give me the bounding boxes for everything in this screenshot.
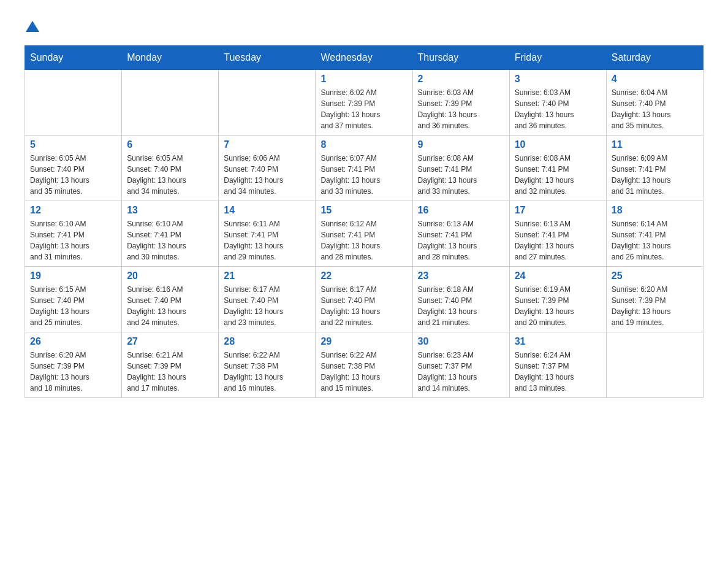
calendar-table: SundayMondayTuesdayWednesdayThursdayFrid…	[25, 45, 703, 398]
day-number: 11	[612, 139, 698, 150]
page-header	[25, 18, 703, 33]
calendar-cell: 27Sunrise: 6:21 AM Sunset: 7:39 PM Dayli…	[122, 332, 219, 398]
day-info: Sunrise: 6:24 AM Sunset: 7:37 PM Dayligh…	[515, 350, 601, 394]
day-number: 8	[320, 139, 407, 150]
day-info: Sunrise: 6:03 AM Sunset: 7:40 PM Dayligh…	[515, 87, 601, 131]
day-info: Sunrise: 6:08 AM Sunset: 7:41 PM Dayligh…	[418, 153, 504, 197]
day-number: 12	[30, 205, 116, 216]
day-info: Sunrise: 6:07 AM Sunset: 7:41 PM Dayligh…	[320, 153, 407, 197]
calendar-cell: 21Sunrise: 6:17 AM Sunset: 7:40 PM Dayli…	[219, 267, 316, 332]
day-number: 1	[320, 74, 407, 85]
day-info: Sunrise: 6:09 AM Sunset: 7:41 PM Dayligh…	[612, 153, 698, 197]
calendar-cell: 31Sunrise: 6:24 AM Sunset: 7:37 PM Dayli…	[509, 332, 606, 398]
calendar-cell: 5Sunrise: 6:05 AM Sunset: 7:40 PM Daylig…	[25, 136, 122, 201]
day-info: Sunrise: 6:17 AM Sunset: 7:40 PM Dayligh…	[320, 284, 407, 328]
calendar-cell: 18Sunrise: 6:14 AM Sunset: 7:41 PM Dayli…	[606, 201, 703, 267]
svg-marker-0	[26, 21, 39, 32]
day-number: 3	[515, 74, 601, 85]
day-info: Sunrise: 6:20 AM Sunset: 7:39 PM Dayligh…	[612, 284, 698, 328]
day-number: 29	[320, 336, 407, 347]
calendar-header-thursday: Thursday	[412, 46, 509, 70]
day-info: Sunrise: 6:19 AM Sunset: 7:39 PM Dayligh…	[515, 284, 601, 328]
day-number: 13	[127, 205, 213, 216]
calendar-cell: 15Sunrise: 6:12 AM Sunset: 7:41 PM Dayli…	[316, 201, 412, 267]
day-info: Sunrise: 6:10 AM Sunset: 7:41 PM Dayligh…	[30, 218, 116, 262]
calendar-header-monday: Monday	[122, 46, 219, 70]
day-number: 19	[30, 270, 116, 282]
day-info: Sunrise: 6:17 AM Sunset: 7:40 PM Dayligh…	[224, 284, 310, 328]
calendar-cell: 29Sunrise: 6:22 AM Sunset: 7:38 PM Dayli…	[316, 332, 412, 398]
day-info: Sunrise: 6:06 AM Sunset: 7:40 PM Dayligh…	[224, 153, 310, 197]
calendar-cell: 13Sunrise: 6:10 AM Sunset: 7:41 PM Dayli…	[122, 201, 219, 267]
logo-triangle-icon	[26, 20, 39, 33]
day-number: 10	[515, 139, 601, 150]
day-info: Sunrise: 6:18 AM Sunset: 7:40 PM Dayligh…	[418, 284, 504, 328]
calendar-week-row: 12Sunrise: 6:10 AM Sunset: 7:41 PM Dayli…	[25, 201, 703, 267]
calendar-cell	[122, 70, 219, 136]
calendar-cell: 11Sunrise: 6:09 AM Sunset: 7:41 PM Dayli…	[606, 136, 703, 201]
calendar-cell: 1Sunrise: 6:02 AM Sunset: 7:39 PM Daylig…	[316, 70, 412, 136]
day-number: 25	[612, 270, 698, 282]
day-info: Sunrise: 6:22 AM Sunset: 7:38 PM Dayligh…	[224, 350, 310, 394]
calendar-cell	[606, 332, 703, 398]
calendar-cell: 2Sunrise: 6:03 AM Sunset: 7:39 PM Daylig…	[412, 70, 509, 136]
day-info: Sunrise: 6:08 AM Sunset: 7:41 PM Dayligh…	[515, 153, 601, 197]
calendar-cell: 17Sunrise: 6:13 AM Sunset: 7:41 PM Dayli…	[509, 201, 606, 267]
day-info: Sunrise: 6:11 AM Sunset: 7:41 PM Dayligh…	[224, 218, 310, 262]
day-info: Sunrise: 6:15 AM Sunset: 7:40 PM Dayligh…	[30, 284, 116, 328]
calendar-week-row: 26Sunrise: 6:20 AM Sunset: 7:39 PM Dayli…	[25, 332, 703, 398]
calendar-header-row: SundayMondayTuesdayWednesdayThursdayFrid…	[25, 46, 703, 70]
calendar-header-wednesday: Wednesday	[316, 46, 412, 70]
day-number: 7	[224, 139, 310, 150]
calendar-cell: 28Sunrise: 6:22 AM Sunset: 7:38 PM Dayli…	[219, 332, 316, 398]
day-info: Sunrise: 6:12 AM Sunset: 7:41 PM Dayligh…	[320, 218, 407, 262]
calendar-week-row: 1Sunrise: 6:02 AM Sunset: 7:39 PM Daylig…	[25, 70, 703, 136]
calendar-week-row: 5Sunrise: 6:05 AM Sunset: 7:40 PM Daylig…	[25, 136, 703, 201]
calendar-cell: 23Sunrise: 6:18 AM Sunset: 7:40 PM Dayli…	[412, 267, 509, 332]
day-number: 15	[320, 205, 407, 216]
day-number: 26	[30, 336, 116, 347]
day-info: Sunrise: 6:05 AM Sunset: 7:40 PM Dayligh…	[127, 153, 213, 197]
calendar-cell: 7Sunrise: 6:06 AM Sunset: 7:40 PM Daylig…	[219, 136, 316, 201]
day-info: Sunrise: 6:21 AM Sunset: 7:39 PM Dayligh…	[127, 350, 213, 394]
day-info: Sunrise: 6:10 AM Sunset: 7:41 PM Dayligh…	[127, 218, 213, 262]
day-info: Sunrise: 6:13 AM Sunset: 7:41 PM Dayligh…	[418, 218, 504, 262]
calendar-cell: 30Sunrise: 6:23 AM Sunset: 7:37 PM Dayli…	[412, 332, 509, 398]
calendar-cell: 22Sunrise: 6:17 AM Sunset: 7:40 PM Dayli…	[316, 267, 412, 332]
calendar-cell: 9Sunrise: 6:08 AM Sunset: 7:41 PM Daylig…	[412, 136, 509, 201]
calendar-header-sunday: Sunday	[25, 46, 122, 70]
calendar-header-saturday: Saturday	[606, 46, 703, 70]
day-number: 9	[418, 139, 504, 150]
day-info: Sunrise: 6:05 AM Sunset: 7:40 PM Dayligh…	[30, 153, 116, 197]
calendar-cell: 6Sunrise: 6:05 AM Sunset: 7:40 PM Daylig…	[122, 136, 219, 201]
day-info: Sunrise: 6:13 AM Sunset: 7:41 PM Dayligh…	[515, 218, 601, 262]
day-info: Sunrise: 6:02 AM Sunset: 7:39 PM Dayligh…	[320, 87, 407, 131]
calendar-cell	[25, 70, 122, 136]
calendar-cell: 10Sunrise: 6:08 AM Sunset: 7:41 PM Dayli…	[509, 136, 606, 201]
calendar-cell: 3Sunrise: 6:03 AM Sunset: 7:40 PM Daylig…	[509, 70, 606, 136]
day-number: 21	[224, 270, 310, 282]
calendar-cell: 19Sunrise: 6:15 AM Sunset: 7:40 PM Dayli…	[25, 267, 122, 332]
calendar-cell	[219, 70, 316, 136]
day-info: Sunrise: 6:03 AM Sunset: 7:39 PM Dayligh…	[418, 87, 504, 131]
day-number: 17	[515, 205, 601, 216]
day-number: 20	[127, 270, 213, 282]
day-info: Sunrise: 6:14 AM Sunset: 7:41 PM Dayligh…	[612, 218, 698, 262]
day-info: Sunrise: 6:22 AM Sunset: 7:38 PM Dayligh…	[320, 350, 407, 394]
day-number: 16	[418, 205, 504, 216]
calendar-cell: 14Sunrise: 6:11 AM Sunset: 7:41 PM Dayli…	[219, 201, 316, 267]
day-number: 2	[418, 74, 504, 85]
day-number: 4	[612, 74, 698, 85]
day-number: 23	[418, 270, 504, 282]
calendar-cell: 4Sunrise: 6:04 AM Sunset: 7:40 PM Daylig…	[606, 70, 703, 136]
day-info: Sunrise: 6:23 AM Sunset: 7:37 PM Dayligh…	[418, 350, 504, 394]
logo	[25, 18, 39, 33]
calendar-cell: 20Sunrise: 6:16 AM Sunset: 7:40 PM Dayli…	[122, 267, 219, 332]
day-number: 27	[127, 336, 213, 347]
day-number: 31	[515, 336, 601, 347]
day-number: 28	[224, 336, 310, 347]
calendar-cell: 25Sunrise: 6:20 AM Sunset: 7:39 PM Dayli…	[606, 267, 703, 332]
calendar-cell: 26Sunrise: 6:20 AM Sunset: 7:39 PM Dayli…	[25, 332, 122, 398]
day-number: 18	[612, 205, 698, 216]
calendar-cell: 12Sunrise: 6:10 AM Sunset: 7:41 PM Dayli…	[25, 201, 122, 267]
